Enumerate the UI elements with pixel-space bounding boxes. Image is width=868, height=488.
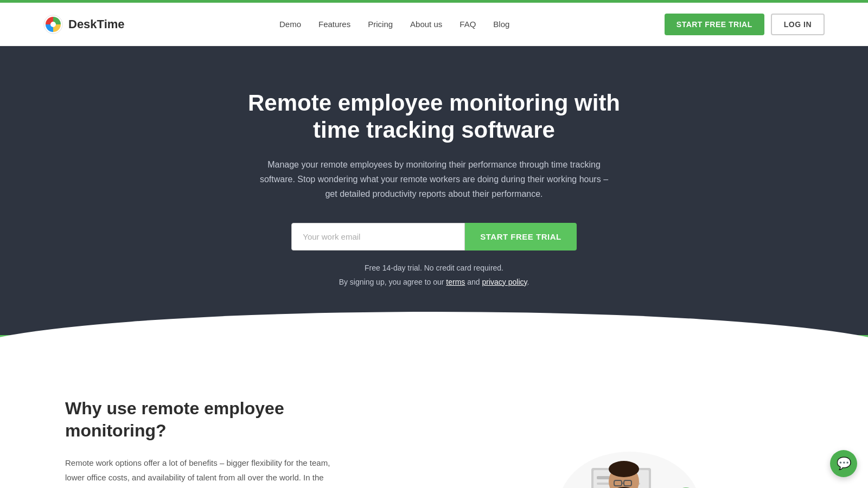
logo[interactable]: DeskTime bbox=[43, 15, 125, 34]
content-heading: Why use remote employee monitoring? bbox=[65, 397, 347, 442]
trial-note-line2: By signing up, you agree to our bbox=[339, 278, 444, 286]
hero-disclaimer: Free 14-day trial. No credit card requir… bbox=[11, 261, 857, 288]
nav-item-about[interactable]: About us bbox=[410, 20, 442, 29]
hero-section: Remote employee monitoring with time tra… bbox=[0, 46, 868, 354]
email-input[interactable] bbox=[291, 223, 465, 251]
nav-item-faq[interactable]: FAQ bbox=[459, 20, 476, 29]
main-nav: Demo Features Pricing About us FAQ Blog bbox=[279, 20, 509, 29]
header-start-trial-button[interactable]: START FREE TRIAL bbox=[665, 14, 764, 35]
chat-icon: 💬 bbox=[837, 457, 851, 471]
content-section: Why use remote employee monitoring? Remo… bbox=[0, 354, 868, 488]
svg-point-33 bbox=[609, 461, 639, 477]
hero-green-left bbox=[0, 335, 156, 354]
hero-form: START FREE TRIAL bbox=[11, 223, 857, 251]
period: . bbox=[527, 278, 529, 286]
privacy-link[interactable]: privacy policy bbox=[482, 278, 527, 286]
nav-item-features[interactable]: Features bbox=[318, 20, 350, 29]
desk-illustration bbox=[477, 397, 705, 488]
and-text: and bbox=[467, 278, 480, 286]
hero-green-right bbox=[712, 335, 868, 354]
header-actions: START FREE TRIAL LOG IN bbox=[665, 14, 825, 35]
content-right bbox=[380, 397, 803, 488]
content-left: Why use remote employee monitoring? Remo… bbox=[65, 397, 347, 488]
content-body: Remote work options offer a lot of benef… bbox=[65, 455, 347, 488]
terms-link[interactable]: terms bbox=[446, 278, 465, 286]
header-login-button[interactable]: LOG IN bbox=[771, 14, 825, 35]
nav-item-blog[interactable]: Blog bbox=[493, 20, 509, 29]
nav-item-pricing[interactable]: Pricing bbox=[368, 20, 393, 29]
hero-subtext: Manage your remote employees by monitori… bbox=[255, 157, 613, 202]
chat-button[interactable]: 💬 bbox=[830, 450, 857, 477]
logo-text: DeskTime bbox=[68, 17, 125, 31]
logo-icon bbox=[43, 15, 63, 34]
header: DeskTime Demo Features Pricing About us … bbox=[0, 3, 868, 46]
svg-point-1 bbox=[50, 22, 56, 27]
hero-start-trial-button[interactable]: START FREE TRIAL bbox=[465, 223, 576, 251]
hero-headline: Remote employee monitoring with time tra… bbox=[244, 89, 624, 144]
trial-note-line1: Free 14-day trial. No credit card requir… bbox=[365, 264, 503, 272]
nav-item-demo[interactable]: Demo bbox=[279, 20, 301, 29]
